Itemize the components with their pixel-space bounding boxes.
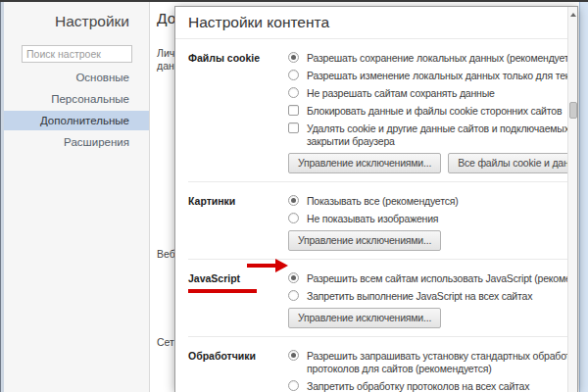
red-arrow-annotation [247,259,288,272]
content-settings-dialog: Настройки контента Файлы cookieРазрешать… [174,6,578,392]
section-label-text: Обработчики [188,350,256,362]
radio-button-checked[interactable] [288,195,299,206]
scrollbar-thumb[interactable] [569,102,577,119]
settings-sidebar: Настройки ОсновныеПерсональныеДополнител… [4,2,150,392]
checkbox[interactable] [288,105,299,116]
checkbox[interactable] [288,122,299,133]
section-label-handlers: Обработчики [188,350,288,392]
cookies-option-2[interactable]: Не разрешать сайтам сохранять данные [288,87,577,100]
option-label: Разрешать изменение локальных данных тол… [307,70,578,82]
red-arrow-shaft [247,264,275,268]
sidebar-item-basics[interactable]: Основные [4,68,149,87]
cookies-option-1[interactable]: Разрешать изменение локальных данных тол… [288,70,577,82]
cookies-option-4[interactable]: Удалять cookie и другие данные сайтов и … [288,122,577,148]
images-buttons: Управление исключениями... [288,230,577,251]
option-label: Запретить выполнение JavaScript на всех … [307,290,532,303]
radio-button-checked[interactable] [288,52,299,63]
background-page-strip: Дополнительные Личные данныеВеб-контентС… [150,2,174,392]
section-images: КартинкиПоказывать все (рекомендуется)Не… [188,182,577,260]
radio-button[interactable] [288,290,299,301]
option-label: Показывать все (рекомендуется) [307,195,458,208]
radio-button[interactable] [288,87,299,98]
radio-button-checked[interactable] [288,350,299,361]
red-arrow-head-icon [275,259,288,272]
background-section-label: Сеть [157,336,174,349]
cookies-button-1[interactable]: Все файлы cookie и данные сайтов... [448,153,578,173]
section-label-text: Файлы cookie [188,52,260,64]
window-right-edge [579,2,588,392]
section-cookies: Файлы cookieРазрешать сохранение локальн… [188,39,577,182]
window-left-border [0,2,4,392]
sidebar-item-personal[interactable]: Персональные [4,89,149,109]
section-label-text: JavaScript [188,272,240,284]
javascript-option-1[interactable]: Запретить выполнение JavaScript на всех … [288,290,577,303]
section-label-images: Картинки [188,195,288,251]
dialog-title: Настройки контента [175,7,577,39]
section-options-cookies: Разрешать сохранение локальных данных (р… [288,52,577,173]
option-label: Разрешить всем сайтам использовать JavaS… [307,272,578,285]
section-label-javascript: JavaScript [188,272,288,328]
radio-button[interactable] [288,213,299,223]
section-options-javascript: Разрешить всем сайтам использовать JavaS… [288,272,577,328]
sidebar-item-advanced[interactable]: Дополнительные [4,111,149,130]
radio-button-checked[interactable] [288,272,299,283]
background-page-heading: Дополнительные [157,10,174,27]
section-options-images: Показывать все (рекомендуется)Не показыв… [288,195,577,251]
images-button-0[interactable]: Управление исключениями... [288,230,441,251]
handlers-option-1[interactable]: Запретить обработку протоколов на всех с… [288,380,577,392]
images-option-0[interactable]: Показывать все (рекомендуется) [288,195,577,208]
search-input[interactable] [22,45,132,63]
radio-button[interactable] [288,380,299,391]
section-handlers: ОбработчикиРазрешить запрашивать установ… [188,337,577,392]
dialog-sections: Файлы cookieРазрешать сохранение локальн… [175,39,577,392]
option-label: Блокировать данные и файлы cookie сторон… [307,105,562,118]
option-label: Разрешать сохранение локальных данных (р… [307,52,578,65]
option-label: Не разрешать сайтам сохранять данные [307,87,495,100]
dialog-scrollbar[interactable] [567,7,577,392]
option-label: Удалять cookie и другие данные сайтов и … [307,122,578,148]
cookies-option-0[interactable]: Разрешать сохранение локальных данных (р… [288,52,577,65]
option-label: Не показывать изображения [307,213,438,225]
javascript-button-0[interactable]: Управление исключениями... [288,308,441,328]
cookies-option-3[interactable]: Блокировать данные и файлы cookie сторон… [288,105,577,118]
handlers-option-0[interactable]: Разрешить запрашивать установку стандарт… [288,350,577,375]
sidebar-title: Настройки [4,2,149,30]
cookies-button-0[interactable]: Управление исключениями... [288,153,441,173]
option-label: Разрешить запрашивать установку стандарт… [307,350,578,375]
window-top-border [0,0,588,2]
sidebar-nav: ОсновныеПерсональныеДополнительныеРасшир… [4,68,149,152]
javascript-buttons: Управление исключениями... [288,308,577,328]
section-label-text: Картинки [188,195,235,207]
section-label-cookies: Файлы cookie [188,52,288,173]
red-underline-annotation [188,289,257,293]
option-label: Запретить обработку протоколов на всех с… [307,380,529,392]
images-option-1[interactable]: Не показывать изображения [288,213,577,225]
javascript-option-0[interactable]: Разрешить всем сайтам использовать JavaS… [288,272,577,285]
sidebar-item-extensions[interactable]: Расширения [4,132,149,152]
cookies-buttons: Управление исключениями...Все файлы cook… [288,153,577,173]
section-options-handlers: Разрешить запрашивать установку стандарт… [288,350,577,392]
background-section-label: Веб-контент [157,248,174,261]
scrollbar-up-icon[interactable] [568,10,578,20]
background-section-label: Личные данные [157,47,174,73]
radio-button[interactable] [288,70,299,80]
